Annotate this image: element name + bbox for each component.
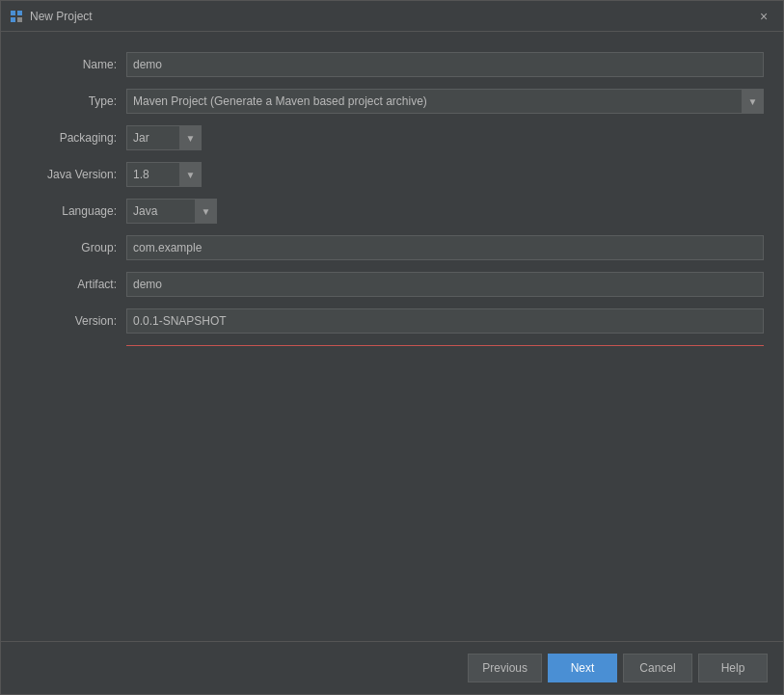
version-label: Version: [20, 314, 126, 328]
language-select-wrapper: Java Kotlin Groovy ▼ [126, 199, 223, 224]
java-version-row: Java Version: 1.8 11 17 ▼ [20, 161, 764, 188]
java-version-select-wrapper: 1.8 11 17 ▼ [126, 162, 203, 187]
java-version-dropdown-arrow[interactable]: ▼ [180, 162, 202, 187]
cancel-button[interactable]: Cancel [623, 654, 692, 682]
name-row: Name: [20, 51, 764, 78]
java-version-select[interactable]: 1.8 11 17 [126, 162, 180, 187]
svg-rect-0 [11, 11, 15, 15]
artifact-row: Artifact: [20, 271, 764, 298]
group-row: Group: [20, 234, 764, 261]
name-input[interactable] [126, 52, 764, 77]
language-row: Language: Java Kotlin Groovy ▼ [20, 198, 764, 225]
next-button[interactable]: Next [548, 654, 617, 682]
packaging-select-wrapper: Jar War ▼ [126, 125, 203, 150]
packaging-row: Packaging: Jar War ▼ [20, 124, 764, 151]
type-label: Type: [20, 94, 126, 108]
form-content: Name: Type: Maven Project (Generate a Ma… [1, 32, 783, 346]
svg-rect-1 [17, 11, 22, 15]
group-label: Group: [20, 241, 126, 254]
packaging-label: Packaging: [20, 131, 126, 145]
packaging-dropdown-arrow[interactable]: ▼ [180, 125, 202, 150]
packaging-select[interactable]: Jar War [126, 125, 180, 150]
dialog-icon [9, 9, 24, 24]
version-row: Version: [20, 307, 764, 334]
svg-rect-2 [11, 17, 15, 22]
dialog-footer: Previous Next Cancel Help [1, 641, 783, 694]
new-project-dialog: New Project × Name: Type: Maven Project … [0, 0, 784, 695]
name-label: Name: [20, 58, 126, 71]
language-label: Language: [20, 204, 126, 218]
group-input[interactable] [126, 235, 764, 260]
previous-button[interactable]: Previous [468, 654, 542, 682]
type-select-wrapper: Maven Project (Generate a Maven based pr… [126, 89, 764, 114]
dialog-title: New Project [30, 10, 752, 23]
artifact-label: Artifact: [20, 278, 126, 291]
svg-rect-3 [17, 17, 22, 22]
artifact-input[interactable] [126, 272, 764, 297]
language-select[interactable]: Java Kotlin Groovy [126, 199, 196, 224]
close-button[interactable]: × [752, 5, 775, 28]
java-version-label: Java Version: [20, 168, 126, 181]
title-bar: New Project × [1, 1, 783, 32]
version-input[interactable] [126, 308, 764, 334]
type-dropdown-button[interactable]: ▼ [743, 89, 764, 114]
help-button[interactable]: Help [698, 654, 768, 682]
type-select-text: Maven Project (Generate a Maven based pr… [126, 89, 743, 114]
type-row: Type: Maven Project (Generate a Maven ba… [20, 88, 764, 115]
language-dropdown-arrow[interactable]: ▼ [196, 199, 217, 224]
